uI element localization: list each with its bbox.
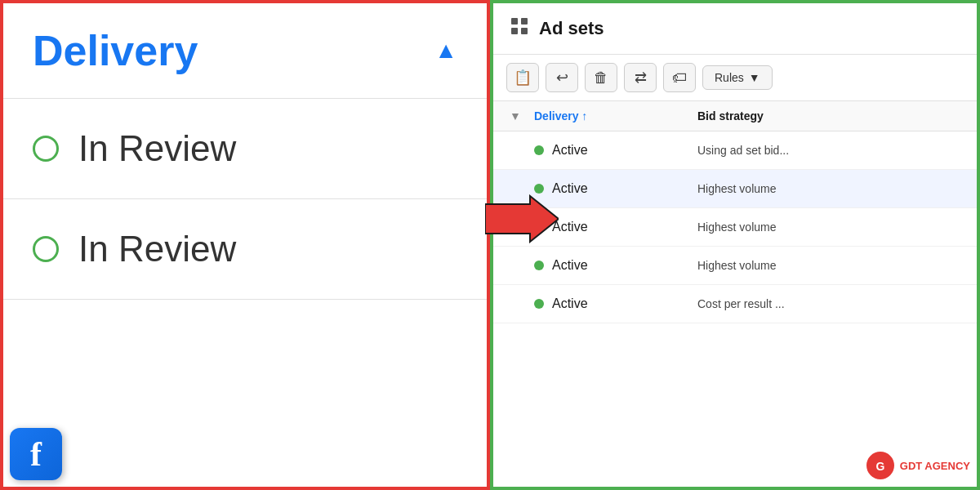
in-review-label-2: In Review xyxy=(78,229,236,270)
svg-rect-1 xyxy=(511,18,518,24)
row-delivery-2: Active xyxy=(534,181,697,196)
row-bid-2: Highest volume xyxy=(697,182,960,195)
table-row[interactable]: Active Highest volume xyxy=(493,247,977,285)
rules-button[interactable]: Rules ▼ xyxy=(702,65,773,90)
ad-sets-header: Ad sets xyxy=(493,3,977,55)
row-bid-3: Highest volume xyxy=(697,220,960,234)
delivery-col-header[interactable]: Delivery ↑ xyxy=(534,109,697,122)
status-circle-2 xyxy=(33,236,59,262)
svg-text:G: G xyxy=(875,460,884,473)
clipboard-button[interactable]: 📋 xyxy=(506,63,539,92)
ad-sets-title: Ad sets xyxy=(539,18,604,39)
facebook-logo: f xyxy=(10,428,62,480)
tag-button[interactable]: 🏷 xyxy=(663,63,696,92)
row-delivery-3: Active xyxy=(534,220,697,234)
row-bid-1: Using ad set bid... xyxy=(697,144,960,157)
row-delivery-5: Active xyxy=(534,296,697,311)
delivery-title: Delivery xyxy=(33,26,198,75)
table-row[interactable]: Active Highest volume xyxy=(493,208,977,247)
left-panel: Delivery ▲ In Review In Review f xyxy=(0,0,490,490)
export-button[interactable]: ⇄ xyxy=(624,63,657,92)
table-row[interactable]: Active Using ad set bid... xyxy=(493,131,977,170)
sort-col-header: ▼ xyxy=(510,109,534,122)
gdt-logo-icon: G xyxy=(866,451,895,480)
svg-marker-0 xyxy=(485,196,559,242)
rules-chevron-icon: ▼ xyxy=(749,71,760,84)
in-review-label-1: In Review xyxy=(78,128,236,169)
grid-icon xyxy=(510,16,529,41)
svg-rect-3 xyxy=(511,28,518,34)
in-review-row-1[interactable]: In Review xyxy=(3,99,487,199)
gdt-watermark: G GDT AGENCY xyxy=(866,451,970,480)
svg-rect-2 xyxy=(521,18,528,24)
toolbar: 📋 ↩ 🗑 ⇄ 🏷 Rules ▼ xyxy=(493,55,977,101)
bid-col-header: Bid strategy xyxy=(697,109,960,122)
in-review-row-2[interactable]: In Review xyxy=(3,199,487,300)
row-bid-5: Cost per result ... xyxy=(697,297,960,310)
gdt-agency-label: GDT AGENCY xyxy=(900,460,970,472)
red-arrow-annotation xyxy=(485,194,559,247)
svg-rect-4 xyxy=(521,28,528,34)
row-delivery-4: Active xyxy=(534,258,697,273)
status-dot-2 xyxy=(534,184,544,194)
table-row[interactable]: Active Highest volume xyxy=(493,170,977,208)
status-dot-1 xyxy=(534,145,544,155)
delete-button[interactable]: 🗑 xyxy=(585,63,617,92)
table-row[interactable]: Active Cost per result ... xyxy=(493,285,977,323)
delivery-header: Delivery ▲ xyxy=(3,3,487,99)
table-body: Active Using ad set bid... Active Highes… xyxy=(493,131,977,487)
status-dot-5 xyxy=(534,299,544,309)
row-delivery-1: Active xyxy=(534,143,697,158)
status-dot-4 xyxy=(534,261,544,270)
right-panel: Ad sets 📋 ↩ 🗑 ⇄ 🏷 Rules ▼ ▼ Delivery ↑ B… xyxy=(490,0,980,490)
table-header: ▼ Delivery ↑ Bid strategy xyxy=(493,101,977,131)
sort-arrow-icon[interactable]: ▲ xyxy=(434,38,457,64)
undo-button[interactable]: ↩ xyxy=(546,63,578,92)
status-circle-1 xyxy=(33,136,59,162)
row-bid-4: Highest volume xyxy=(697,259,960,272)
